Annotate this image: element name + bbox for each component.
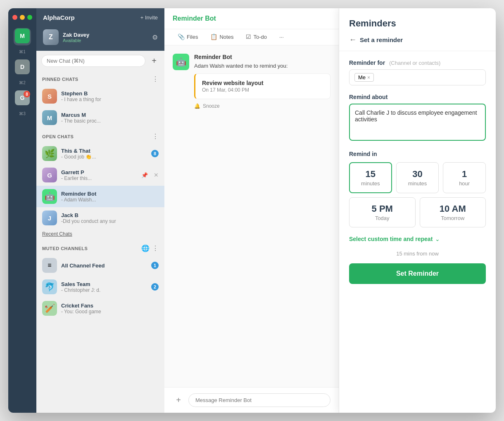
all-channel-icon-img: ≡ (42, 258, 57, 273)
tag-input[interactable]: Me × (349, 69, 486, 85)
muted-section-menu-icon[interactable]: ⋮ (152, 244, 159, 252)
chat-item-this-that[interactable]: 🌿 This & That - Good job 👏... 8 (36, 143, 164, 164)
stephen-avatar: S (42, 89, 57, 104)
chat-item-stephen[interactable]: S Stephen B - I have a thing for (36, 85, 164, 107)
nav-icon-m[interactable]: M (14, 28, 31, 45)
chat-messages: 🤖 Reminder Bot Adam Walsh wanted me to r… (164, 45, 339, 387)
app-window: M ⌘1 D ⌘2 G 8 ⌘3 AlphaCorp + Invite Z Za… (8, 8, 496, 413)
tab-files-label: Files (187, 34, 198, 40)
snooze-row[interactable]: 🔔 Snooze (194, 103, 330, 109)
todo-icon: ☑ (246, 33, 251, 40)
marcus-avatar: M (42, 110, 57, 125)
reminder-card-date: On 17 Mar, 04:00 PM (202, 87, 323, 93)
open-section-menu-icon[interactable]: ⋮ (152, 132, 159, 140)
files-icon: 📎 (178, 33, 185, 40)
cricket-channel-icon: 🏏 (42, 301, 57, 316)
all-channel-icon: ≡ (42, 258, 57, 273)
garrett-close-icon[interactable]: ✕ (154, 172, 159, 178)
time-options-row2: 5 PM Today 10 AM Tomorrow (349, 197, 486, 227)
remind-about-textarea[interactable]: Call Charlie J to discuss employee engag… (349, 104, 486, 141)
time-btn-5pm-value: 5 PM (354, 203, 411, 214)
tab-more[interactable]: ··· (274, 29, 289, 45)
nav-label-3: ⌘3 (19, 111, 26, 116)
sales-channel-content: Sales Team - Christopher J: d. (61, 281, 147, 293)
invite-button[interactable]: + Invite (140, 14, 158, 21)
icon-rail: M ⌘1 D ⌘2 G 8 ⌘3 (8, 8, 36, 413)
channel-item-all[interactable]: ≡ All Channel Feed 1 (36, 255, 164, 276)
time-btn-30min-unit: minutes (401, 180, 435, 187)
user-status: Available (63, 38, 148, 43)
message-body: Adam Walsh wanted me to remind you: (194, 62, 330, 70)
pinned-section-menu-icon[interactable]: ⋮ (152, 75, 159, 83)
marcus-content: Marcus M - The basic proc... (61, 112, 159, 124)
chat-item-jack[interactable]: J Jack B -Did you conduct any sur (36, 207, 164, 229)
muted-globe-icon[interactable]: 🌐 (141, 244, 150, 252)
nav-icon-g[interactable]: G 8 (14, 90, 31, 107)
muted-section-title: MUTED CHANNELS (42, 246, 88, 251)
nav-label-1: ⌘1 (19, 50, 26, 54)
tag-me-label: Me (358, 74, 366, 80)
time-btn-15min[interactable]: 15 minutes (349, 162, 392, 193)
custom-time-label: Select custom time and repeat (349, 236, 433, 242)
workspace-name: AlphaCorp (43, 14, 75, 21)
status-text: 15 mins from now (349, 251, 486, 257)
set-reminder-button[interactable]: Set Reminder (349, 263, 486, 284)
reminders-header: Reminders ← Set a reminder (339, 8, 496, 51)
open-section-header: OPEN CHATS ⋮ (36, 128, 164, 143)
marcus-name: Marcus M (61, 112, 159, 118)
chat-item-reminder-bot[interactable]: 🤖 Reminder Bot - Adam Walsh... (36, 186, 164, 207)
nav-icon-d[interactable]: D (14, 59, 31, 76)
sales-channel-icon: 🐬 (42, 279, 57, 294)
user-avatar-img: Z (43, 29, 59, 45)
sales-channel-preview: - Christopher J: d. (61, 287, 147, 293)
stephen-name: Stephen B (61, 90, 159, 97)
channel-item-sales[interactable]: 🐬 Sales Team - Christopher J: d. 2 (36, 276, 164, 298)
add-chat-button[interactable]: + (149, 56, 159, 66)
tab-todo[interactable]: ☑ To-do (241, 29, 272, 45)
stephen-content: Stephen B - I have a thing for (61, 90, 159, 102)
reminder-bot-avatar: 🤖 (42, 189, 57, 204)
channel-item-cricket[interactable]: 🏏 Cricket Fans - You: Good game (36, 298, 164, 319)
jack-name: Jack B (61, 212, 159, 218)
sales-channel-badge: 2 (151, 283, 159, 291)
time-btn-10am-value: 10 AM (424, 203, 482, 214)
time-btn-30min[interactable]: 30 minutes (396, 162, 439, 193)
recent-chats-link[interactable]: Recent Chats (36, 229, 164, 240)
cricket-channel-content: Cricket Fans - You: Good game (61, 303, 159, 315)
muted-section-header: MUTED CHANNELS 🌐 ⋮ (36, 240, 164, 255)
search-input[interactable] (41, 55, 145, 67)
time-btn-15min-unit: minutes (354, 180, 387, 187)
sales-channel-name: Sales Team (61, 281, 147, 287)
back-row[interactable]: ← Set a reminder (349, 35, 486, 44)
close-button[interactable] (12, 15, 17, 20)
jack-avatar: J (42, 210, 57, 225)
tab-notes-label: Notes (219, 34, 233, 40)
custom-time-row[interactable]: Select custom time and repeat ⌄ (349, 236, 486, 242)
chat-add-icon[interactable]: + (173, 395, 184, 406)
pinned-section-header: PINNED CHATS ⋮ (36, 71, 164, 85)
time-btn-1hour-value: 1 (447, 169, 481, 180)
garrett-avatar: G (42, 168, 57, 182)
marcus-preview: - The basic proc... (61, 118, 159, 124)
avatar-m: M (15, 28, 30, 43)
time-options-row1: 15 minutes 30 minutes 1 hour (349, 162, 486, 193)
nav-label-2: ⌘2 (19, 80, 26, 85)
this-that-name: This & That (61, 148, 147, 154)
minimize-button[interactable] (20, 15, 25, 20)
all-channel-badge: 1 (151, 262, 159, 269)
tag-me-remove-icon[interactable]: × (367, 75, 370, 80)
tag-me: Me × (354, 73, 374, 82)
maximize-button[interactable] (27, 15, 32, 20)
tab-notes[interactable]: 📋 Notes (205, 29, 238, 45)
gear-icon[interactable]: ⚙ (152, 33, 158, 41)
tab-files[interactable]: 📎 Files (173, 29, 203, 45)
chat-input[interactable] (188, 393, 330, 407)
chat-item-garrett[interactable]: G Garrett P - Earlier this... 📌 ✕ (36, 164, 164, 186)
time-btn-10am[interactable]: 10 AM Tomorrow (420, 197, 486, 227)
main-chat-area: Reminder Bot 📎 Files 📋 Notes ☑ To-do ···… (164, 8, 339, 413)
time-btn-5pm[interactable]: 5 PM Today (349, 197, 416, 227)
search-row: + (36, 51, 164, 71)
reminder-bot-name: Reminder Bot (61, 191, 159, 197)
time-btn-1hour[interactable]: 1 hour (443, 162, 486, 193)
chat-item-marcus[interactable]: M Marcus M - The basic proc... (36, 107, 164, 128)
